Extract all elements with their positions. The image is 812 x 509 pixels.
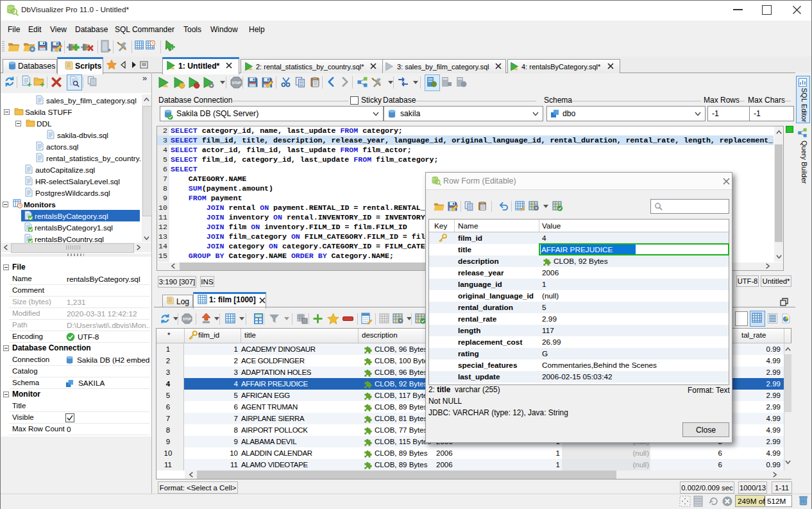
svg-text:STOP: STOP [232, 81, 241, 85]
svg-text:STOP: STOP [183, 318, 191, 321]
